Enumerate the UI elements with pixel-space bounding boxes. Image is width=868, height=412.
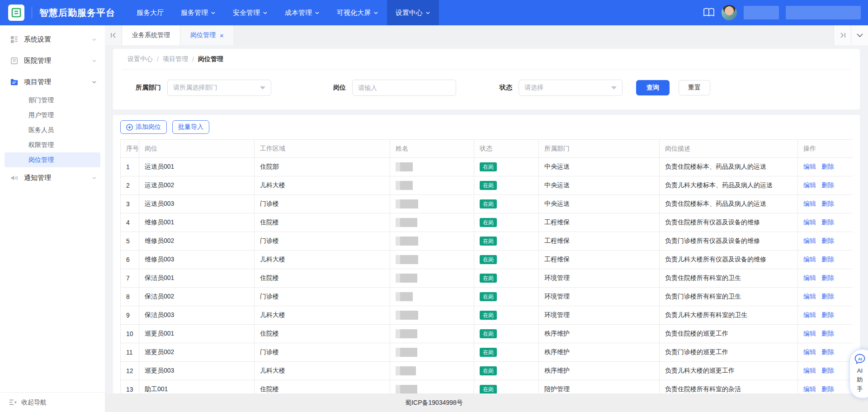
cell-status: 在岗 [474,325,539,343]
sidebar-item-permission-mgmt[interactable]: 权限管理 [5,137,100,152]
col-header-department: 所属部门 [539,140,660,158]
sidebar-item-user-mgmt[interactable]: 用户管理 [5,108,100,123]
ai-assistant-button[interactable]: AI AI 助 手 [849,349,868,398]
sidebar-group-notice-mgmt[interactable]: 通知管理 [0,167,105,189]
page-footer: 蜀ICP备19034998号 [105,393,868,412]
edit-link[interactable]: 编辑 [803,293,816,300]
nav-item-service-mgmt[interactable]: 服务管理 [172,0,224,25]
cell-work-area: 门诊楼 [255,288,390,306]
delete-link[interactable]: 删除 [821,330,834,337]
tab-business-system-mgmt[interactable]: 业务系统管理 [122,25,180,45]
edit-link[interactable]: 编辑 [803,218,816,226]
cell-department: 秩序维护 [539,343,660,362]
nav-item-safety-mgmt[interactable]: 安全管理 [224,0,276,25]
sidebar-item-post-mgmt[interactable]: 岗位管理 [5,152,100,167]
cell-name [390,288,474,306]
scroll-tabs-right-icon[interactable] [834,25,851,45]
search-button[interactable]: 查询 [636,80,670,95]
col-header-status: 状态 [474,140,539,158]
edit-link[interactable]: 编辑 [803,367,816,374]
batch-import-button[interactable]: 批量导入 [172,120,209,134]
cell-status: 在岗 [474,380,539,394]
cell-status: 在岗 [474,195,539,213]
posts-table-wrapper: 序号 岗位 工作区域 姓名 状态 所属部门 岗位描述 操作 1运送员001住院部… [120,139,853,393]
table-row: 11巡更员002门诊楼在岗秩序维护负责门诊楼的巡更工作编辑删除 [121,343,853,362]
close-tab-icon[interactable]: × [220,32,224,39]
table-row: 13助工001住院楼在岗陪护管理负责住院楼所有科室的杂活编辑删除 [121,380,853,394]
caret-down-icon [611,86,617,90]
delete-link[interactable]: 删除 [821,311,834,318]
delete-link[interactable]: 删除 [821,385,834,393]
redacted-name-block [396,218,417,227]
cell-description: 负责门诊楼所有仪器及设备的维修 [660,232,798,251]
delete-link[interactable]: 删除 [821,367,834,374]
tab-bar: 业务系统管理 岗位管理 × [105,25,868,45]
status-select[interactable]: 请选择 [519,80,623,96]
sidebar: 系统设置 医院管理 项目管理 部门管理 用户管理 医务人员 权限管理 岗位管理 [0,25,105,412]
delete-link[interactable]: 删除 [821,163,834,170]
scroll-tabs-left-icon[interactable] [105,25,122,45]
sidebar-item-department-mgmt[interactable]: 部门管理 [5,93,100,108]
edit-link[interactable]: 编辑 [803,330,816,337]
delete-link[interactable]: 删除 [821,200,834,207]
add-post-button[interactable]: 添加岗位 [120,120,167,134]
filter-card: 设置中心 / 项目管理 / 岗位管理 所属部门 请所属选择部门 岗位 状态 [113,49,860,109]
status-badge: 在岗 [480,274,497,283]
nav-item-dashboard[interactable]: 可视化大屏 [328,0,387,25]
chevron-down-icon [425,10,430,15]
status-badge: 在岗 [480,218,497,227]
edit-link[interactable]: 编辑 [803,385,816,393]
sidebar-group-system-settings[interactable]: 系统设置 [0,29,105,50]
delete-link[interactable]: 删除 [821,293,834,300]
tab-actions-dropdown-icon[interactable] [851,25,868,45]
cell-post: 助工001 [139,380,255,394]
cell-post: 维修员001 [139,213,255,232]
cell-status: 在岗 [474,251,539,269]
nav-item-service-hall[interactable]: 服务大厅 [128,0,172,25]
cell-actions: 编辑删除 [798,213,853,232]
edit-link[interactable]: 编辑 [803,348,816,355]
cell-description: 负责住院楼所有仪器及设备的维修 [660,213,798,232]
cell-post: 保洁员003 [139,306,255,325]
edit-link[interactable]: 编辑 [803,237,816,244]
sidebar-group-project-mgmt[interactable]: 项目管理 [0,71,105,93]
delete-link[interactable]: 删除 [821,256,834,263]
edit-link[interactable]: 编辑 [803,163,816,170]
delete-link[interactable]: 删除 [821,181,834,189]
cell-status: 在岗 [474,176,539,195]
delete-link[interactable]: 删除 [821,237,834,244]
cell-post: 巡更员001 [139,325,255,343]
delete-link[interactable]: 删除 [821,274,834,281]
handbook-icon[interactable] [703,8,715,18]
collapse-nav-button[interactable]: 收起导航 [0,392,105,412]
nav-item-settings-center[interactable]: 设置中心 [387,0,439,25]
department-filter-label: 所属部门 [136,84,161,92]
sidebar-group-hospital-mgmt[interactable]: 医院管理 [0,50,105,71]
cell-description: 负责儿科大楼所有仪器及设备的维修 [660,251,798,269]
tab-post-mgmt[interactable]: 岗位管理 × [180,25,234,45]
cell-post: 维修员003 [139,251,255,269]
delete-link[interactable]: 删除 [821,348,834,355]
status-filter-label: 状态 [500,84,512,92]
filter-row: 所属部门 请所属选择部门 岗位 状态 请选择 查询 重置 [122,70,851,109]
sidebar-item-medical-staff[interactable]: 医务人员 [5,123,100,137]
cell-work-area: 住院楼 [255,213,390,232]
department-select[interactable]: 请所属选择部门 [167,80,271,96]
post-input[interactable] [352,80,456,96]
user-avatar[interactable] [722,5,737,20]
cell-description: 负责门诊楼所有科室的卫生 [660,288,798,306]
cell-status: 在岗 [474,232,539,251]
nav-item-cost-mgmt[interactable]: 成本管理 [276,0,328,25]
breadcrumb-settings-center[interactable]: 设置中心 [127,55,153,63]
cell-work-area: 住院楼 [255,269,390,288]
edit-link[interactable]: 编辑 [803,200,816,207]
breadcrumb-project-mgmt[interactable]: 项目管理 [163,55,188,63]
delete-link[interactable]: 删除 [821,218,834,226]
cell-description: 负责住院楼标本、药品及病人的运送 [660,158,798,176]
edit-link[interactable]: 编辑 [803,181,816,189]
status-badge: 在岗 [480,311,497,320]
edit-link[interactable]: 编辑 [803,256,816,263]
edit-link[interactable]: 编辑 [803,311,816,318]
edit-link[interactable]: 编辑 [803,274,816,281]
reset-button[interactable]: 重置 [679,80,710,95]
